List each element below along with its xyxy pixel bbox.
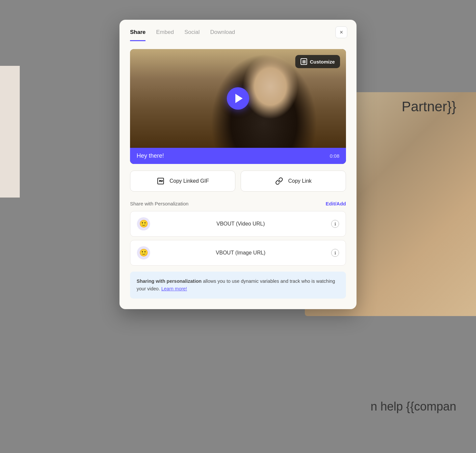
link-icon [275, 177, 283, 185]
play-button[interactable] [227, 87, 249, 110]
tab-list: Share Embed Social Download [130, 29, 235, 41]
video-url-info-icon[interactable]: ℹ [331, 220, 339, 228]
tab-download[interactable]: Download [210, 29, 235, 41]
smile-icon: 🙂 [139, 220, 148, 228]
modal-backdrop: Share Embed Social Download × Customize [0, 0, 476, 453]
copy-link-button[interactable]: Copy Link [241, 171, 346, 192]
smile-icon-2: 🙂 [139, 249, 148, 257]
action-row: Copy Linked GIF Copy Link [130, 171, 346, 192]
customize-icon [301, 58, 307, 65]
video-bar: Hey there! 0:08 [130, 148, 346, 164]
customize-label: Customize [310, 59, 335, 65]
share-modal: Share Embed Social Download × Customize [119, 20, 357, 309]
image-url-info-icon[interactable]: ℹ [331, 249, 339, 257]
video-duration: 0:08 [330, 153, 339, 159]
copy-gif-label: Copy Linked GIF [170, 178, 209, 184]
gif-icon [156, 177, 165, 185]
customize-button[interactable]: Customize [295, 55, 340, 68]
personalization-item-image: 🙂 VBOUT (Image URL) ℹ [130, 240, 346, 266]
modal-body: Customize Hey there! 0:08 [119, 41, 357, 309]
copy-gif-button[interactable]: Copy Linked GIF [130, 171, 235, 192]
personalization-title: Share with Personalization [130, 201, 189, 206]
personalization-section-header: Share with Personalization Edit/Add [130, 201, 346, 206]
personalization-item-video: 🙂 VBOUT (Video URL) ℹ [130, 211, 346, 237]
avatar-image: 🙂 [137, 246, 150, 259]
edit-add-button[interactable]: Edit/Add [326, 201, 346, 206]
modal-header: Share Embed Social Download × [119, 20, 357, 41]
tab-social[interactable]: Social [184, 29, 199, 41]
tab-share[interactable]: Share [130, 29, 145, 41]
video-title: Hey there! [137, 152, 164, 159]
info-box: Sharing with personalization allows you … [130, 272, 346, 299]
image-url-label: VBOUT (Image URL) [155, 250, 326, 256]
info-bold: Sharing with personalization [137, 279, 201, 284]
video-url-label: VBOUT (Video URL) [155, 221, 326, 227]
tab-embed[interactable]: Embed [156, 29, 174, 41]
avatar-video: 🙂 [137, 217, 150, 230]
close-button[interactable]: × [335, 26, 347, 38]
learn-more-link[interactable]: Learn more! [161, 286, 187, 291]
copy-link-label: Copy Link [288, 178, 311, 184]
video-thumbnail: Customize [130, 49, 346, 148]
video-container: Customize Hey there! 0:08 [130, 49, 346, 164]
